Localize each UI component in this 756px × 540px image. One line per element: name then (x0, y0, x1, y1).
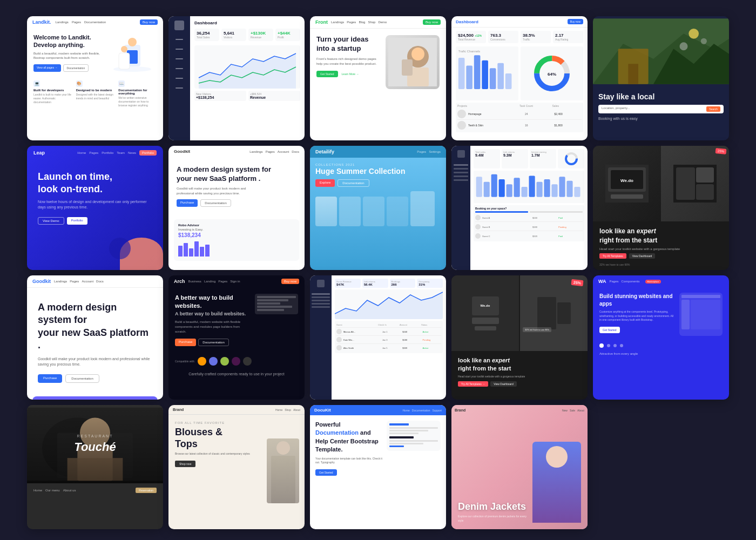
svg-point-10 (411, 48, 424, 60)
wa-hero-desc: Customize anything at the components lev… (599, 310, 675, 322)
arch-logos-row: Compatible with: (168, 353, 305, 370)
dash2-stat-rating: 2.17 Avg Rating (553, 31, 583, 43)
local-search-btn[interactable]: Search (706, 106, 720, 112)
arch-purchase-btn[interactable]: Purchase (175, 339, 196, 346)
expert-try-btn[interactable]: Try All Templates (599, 253, 626, 259)
svg-rect-46 (559, 177, 565, 197)
card-dashboard2[interactable]: Dashboard Buy now $24,500 +12% Total Rev… (451, 16, 588, 140)
svg-point-2 (128, 38, 137, 46)
arch-doc-btn[interactable]: Documentation (198, 339, 228, 346)
svg-rect-42 (529, 176, 535, 197)
dashboard2-buy-btn[interactable]: Buy now (568, 19, 583, 24)
svg-rect-37 (491, 174, 497, 197)
docs-hero-desc: Your documentation template can look lik… (315, 457, 382, 465)
arch-logo: Arch (174, 279, 185, 284)
local-search-bar[interactable]: Location, property... Search (598, 105, 724, 113)
svg-rect-13 (458, 58, 465, 89)
landkit-buy-btn[interactable]: Buy now (140, 19, 158, 25)
expert-price-tag: 25% (716, 148, 727, 154)
card-docs[interactable]: DocuKit Home Documentation Support Power… (310, 405, 446, 529)
local-hero-image (593, 16, 729, 86)
card-summer[interactable]: Detailify Pages Settings Collections 202… (310, 146, 446, 270)
svg-rect-17 (490, 68, 496, 89)
svg-rect-47 (566, 181, 572, 197)
falcon-sidebar (310, 275, 332, 400)
goodkit2-doc-btn[interactable]: Documentation (65, 374, 99, 383)
card-denim[interactable]: Brand New Sale About Denim Jackets Explo… (451, 405, 588, 529)
docs-get-started-btn[interactable]: Get Started (315, 469, 337, 476)
docs-hero-title: Powerful Documentation and Help Center B… (315, 421, 382, 454)
nav-link-pages: Pages (72, 21, 81, 24)
touche-hero-image: Restaurant Touché (27, 405, 163, 483)
svg-rect-39 (507, 184, 512, 197)
goodkit-logo: Goodkit (174, 149, 190, 154)
arch-buy-btn[interactable]: Buy now (281, 279, 299, 284)
card-arch[interactable]: Arch Business Landing Pages Sign in Buy … (168, 275, 305, 400)
card-wa[interactable]: WA Pages Components Marketplace Build st… (593, 275, 729, 400)
goodkit2-invest-card: Robo Advisor Investing is Easy. Line 3 S… (32, 396, 158, 400)
expert-view-btn[interactable]: View Dashboard (629, 253, 656, 259)
card-landkit[interactable]: Landkit. Landings Pages Documentation Bu… (27, 16, 163, 140)
svg-rect-44 (544, 179, 550, 197)
leap-view-demo-btn[interactable]: View Demo (38, 217, 64, 225)
blouses-hero-desc: Browse our latest collection of classic … (175, 452, 255, 456)
wa-tagline: Attractive from every angle (593, 350, 729, 357)
svg-point-30 (688, 29, 699, 39)
landkit-logo: Landkit. (32, 19, 51, 25)
blouses-shop-btn[interactable]: Shop now (175, 461, 195, 467)
touche-tagline: Restaurant (74, 434, 116, 438)
svg-rect-18 (497, 63, 504, 89)
card-dashboard[interactable]: Dashboard 36,254 Total Sales 5,641 Visit… (168, 16, 305, 140)
leap-portfolio-btn[interactable]: Portfolio (139, 150, 157, 156)
expert-dashboard-btn[interactable]: View Dashboard (490, 381, 517, 387)
arch-screenshot-preview (255, 294, 298, 314)
card-look-expert[interactable]: We.do 25% 32% we have to use 66% look li… (451, 275, 588, 400)
summer-hero-title: Huge Summer Collection (315, 166, 441, 176)
dash2-stat-conv: 763.3 Conversions (488, 31, 518, 43)
card-robo[interactable]: Goodkit Landings Pages Account Docs A mo… (168, 146, 305, 270)
nav-link-landings: Landings (56, 21, 69, 24)
summer-doc-btn[interactable]: Documentation (338, 179, 369, 187)
goodkit-purchase-btn[interactable]: Purchase (177, 199, 198, 207)
card-analytics[interactable]: Total sales 9.4M Link returns 9.3M Inter… (451, 146, 588, 270)
goodkit2-purchase-btn[interactable]: Purchase (38, 374, 62, 383)
leap-logo: Leap (33, 150, 45, 156)
svg-rect-40 (514, 178, 520, 197)
svg-point-5 (121, 46, 127, 52)
front-get-started-btn[interactable]: Get Started (316, 71, 338, 77)
svg-rect-16 (482, 60, 488, 89)
landkit-primary-btn[interactable]: View all pages → (33, 64, 61, 72)
card-falcon[interactable]: Gross Revenue $47K Link returns 58.4K Bo… (310, 275, 446, 400)
svg-text:We.do: We.do (620, 178, 633, 183)
expert-try-all-btn[interactable]: Try All Templates → (458, 381, 488, 387)
leap-portfolio-btn2[interactable]: Portfolio (67, 217, 87, 225)
card-blouses[interactable]: Brand Home Shop About For all time favor… (168, 405, 305, 529)
wa-get-started-btn[interactable]: Get Started (599, 327, 620, 333)
svg-rect-48 (574, 187, 580, 197)
card-leap[interactable]: Leap Home Pages Portfolio Team News Port… (27, 146, 163, 270)
card-local[interactable]: Stay like a local Location, property... … (593, 16, 729, 140)
arch-hero-desc: Build a beautiful, modern website with f… (175, 320, 249, 334)
touche-reservation-btn[interactable]: Reservation (136, 488, 157, 493)
wa-screenshot (679, 293, 723, 336)
goodkit-doc-btn[interactable]: Documentation (200, 199, 231, 207)
svg-point-31 (680, 42, 688, 50)
card-touche[interactable]: Restaurant Touché Home Our menu About us… (27, 405, 163, 529)
card-expert[interactable]: We.do 25% look like an expertright from … (593, 146, 729, 270)
landkit-secondary-btn[interactable]: Documentation (63, 64, 89, 72)
card-front[interactable]: Front Landings Pages Blog Shop Demo Buy … (310, 16, 446, 140)
front-learn-more-btn[interactable]: Learn More → (340, 71, 361, 77)
local-search-input[interactable]: Location, property... (602, 106, 704, 112)
expert-we-do: 32% we have to use 66% (599, 263, 723, 266)
svg-rect-55 (676, 167, 695, 200)
goodkit-hero-title: A modern design system foryour new SaaS … (177, 165, 296, 184)
card-goodkit2[interactable]: Goodkit Landings Pages Account Docs A mo… (27, 275, 163, 400)
landkit-hero-desc: Build a beautiful, modern website with f… (33, 51, 108, 60)
stat-sales: 36,254 Total Sales (194, 29, 219, 41)
denim-hero-desc: Explore our collection of premium denim … (458, 515, 532, 523)
front-hero-image (388, 38, 437, 86)
summer-explore-btn[interactable]: Explore (315, 179, 335, 187)
svg-marker-6 (199, 53, 296, 89)
front-buy-btn[interactable]: Buy now (423, 19, 441, 25)
dashboard2-logo: Dashboard (456, 19, 478, 24)
